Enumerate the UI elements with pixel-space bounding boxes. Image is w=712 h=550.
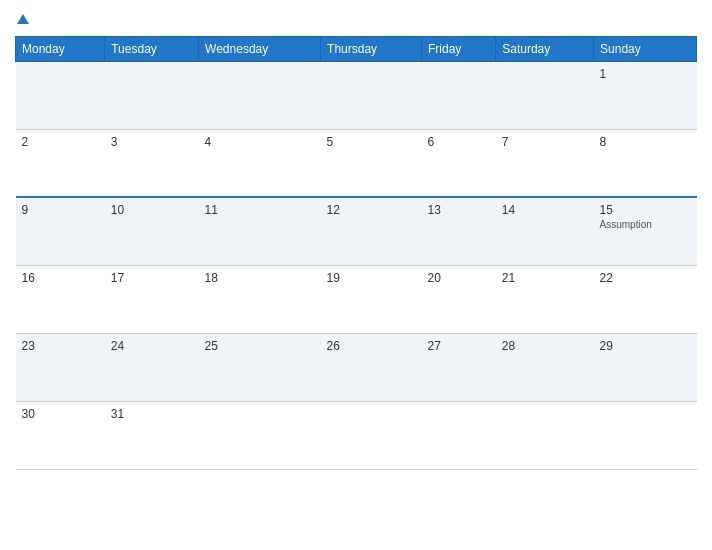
week-row-5: 23242526272829 <box>16 333 697 401</box>
logo-triangle-icon <box>17 14 29 24</box>
day-number: 5 <box>327 135 416 149</box>
day-number: 20 <box>428 271 490 285</box>
day-number: 29 <box>600 339 691 353</box>
day-number: 19 <box>327 271 416 285</box>
day-number: 13 <box>428 203 490 217</box>
day-number: 3 <box>111 135 193 149</box>
weekday-friday: Friday <box>422 36 496 61</box>
weekday-tuesday: Tuesday <box>105 36 199 61</box>
weekday-header-row: MondayTuesdayWednesdayThursdayFridaySatu… <box>16 36 697 61</box>
calendar-cell: 4 <box>199 129 321 197</box>
week-row-4: 16171819202122 <box>16 265 697 333</box>
day-number: 1 <box>600 67 691 81</box>
calendar-cell: 8 <box>594 129 697 197</box>
calendar-cell: 31 <box>105 401 199 469</box>
day-number: 16 <box>22 271 99 285</box>
day-number: 8 <box>600 135 691 149</box>
week-row-6: 3031 <box>16 401 697 469</box>
calendar-cell: 2 <box>16 129 105 197</box>
calendar-cell: 3 <box>105 129 199 197</box>
day-number: 24 <box>111 339 193 353</box>
calendar-cell: 28 <box>496 333 594 401</box>
day-number: 2 <box>22 135 99 149</box>
calendar-cell <box>105 61 199 129</box>
day-number: 26 <box>327 339 416 353</box>
calendar-page: MondayTuesdayWednesdayThursdayFridaySatu… <box>0 0 712 550</box>
calendar-cell: 15Assumption <box>594 197 697 265</box>
calendar-cell: 27 <box>422 333 496 401</box>
weekday-sunday: Sunday <box>594 36 697 61</box>
calendar-cell <box>321 61 422 129</box>
calendar-cell <box>422 61 496 129</box>
calendar-cell: 30 <box>16 401 105 469</box>
calendar-cell <box>321 401 422 469</box>
calendar-cell <box>594 401 697 469</box>
day-number: 15 <box>600 203 691 217</box>
calendar-cell: 11 <box>199 197 321 265</box>
day-number: 11 <box>205 203 315 217</box>
day-number: 25 <box>205 339 315 353</box>
calendar-cell: 26 <box>321 333 422 401</box>
day-number: 17 <box>111 271 193 285</box>
calendar-cell: 19 <box>321 265 422 333</box>
calendar-cell <box>199 61 321 129</box>
day-number: 27 <box>428 339 490 353</box>
calendar-cell: 21 <box>496 265 594 333</box>
calendar-cell: 24 <box>105 333 199 401</box>
week-row-2: 2345678 <box>16 129 697 197</box>
week-row-3: 9101112131415Assumption <box>16 197 697 265</box>
calendar-cell <box>496 61 594 129</box>
day-number: 6 <box>428 135 490 149</box>
calendar-cell: 22 <box>594 265 697 333</box>
calendar-cell: 7 <box>496 129 594 197</box>
logo-text <box>15 10 29 28</box>
calendar-cell: 6 <box>422 129 496 197</box>
calendar-cell <box>496 401 594 469</box>
calendar-cell: 13 <box>422 197 496 265</box>
day-number: 18 <box>205 271 315 285</box>
calendar-cell: 14 <box>496 197 594 265</box>
calendar-cell: 29 <box>594 333 697 401</box>
calendar-cell <box>16 61 105 129</box>
day-number: 4 <box>205 135 315 149</box>
day-number: 7 <box>502 135 588 149</box>
day-number: 12 <box>327 203 416 217</box>
header <box>15 10 697 28</box>
day-number: 28 <box>502 339 588 353</box>
calendar-cell: 18 <box>199 265 321 333</box>
day-number: 22 <box>600 271 691 285</box>
day-number: 10 <box>111 203 193 217</box>
day-number: 21 <box>502 271 588 285</box>
day-number: 30 <box>22 407 99 421</box>
weekday-wednesday: Wednesday <box>199 36 321 61</box>
calendar-cell: 20 <box>422 265 496 333</box>
weekday-saturday: Saturday <box>496 36 594 61</box>
calendar-cell <box>422 401 496 469</box>
calendar-cell <box>199 401 321 469</box>
day-event: Assumption <box>600 219 691 230</box>
calendar-cell: 5 <box>321 129 422 197</box>
calendar-cell: 12 <box>321 197 422 265</box>
calendar-cell: 23 <box>16 333 105 401</box>
calendar-cell: 10 <box>105 197 199 265</box>
calendar-cell: 17 <box>105 265 199 333</box>
weekday-thursday: Thursday <box>321 36 422 61</box>
calendar-cell: 16 <box>16 265 105 333</box>
calendar-cell: 9 <box>16 197 105 265</box>
week-row-1: 1 <box>16 61 697 129</box>
day-number: 31 <box>111 407 193 421</box>
weekday-monday: Monday <box>16 36 105 61</box>
day-number: 9 <box>22 203 99 217</box>
day-number: 23 <box>22 339 99 353</box>
day-number: 14 <box>502 203 588 217</box>
calendar-cell: 1 <box>594 61 697 129</box>
calendar-cell: 25 <box>199 333 321 401</box>
logo <box>15 10 29 28</box>
calendar-table: MondayTuesdayWednesdayThursdayFridaySatu… <box>15 36 697 470</box>
